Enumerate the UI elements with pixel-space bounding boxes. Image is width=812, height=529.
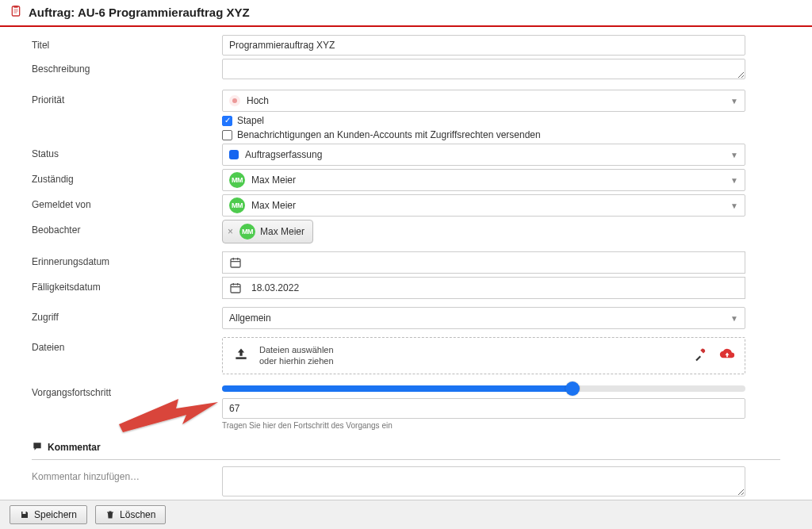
reporter-value: Max Meier (251, 200, 296, 211)
description-textarea[interactable] (222, 59, 745, 79)
label-zugriff: Zugriff (32, 307, 222, 323)
comment-icon (32, 441, 43, 454)
priority-high-icon (229, 95, 240, 106)
progress-slider[interactable] (222, 385, 745, 392)
chevron-down-icon: ▼ (730, 201, 738, 210)
label-zustaendig: Zuständig (32, 169, 222, 185)
footer-toolbar: Speichern Löschen (0, 500, 812, 529)
chevron-down-icon: ▼ (730, 151, 738, 159)
watcher-name: Max Meier (260, 226, 304, 237)
svg-rect-5 (231, 259, 240, 267)
svg-rect-1 (13, 6, 17, 8)
trash-icon (105, 510, 115, 519)
comment-section-header: Kommentar (32, 441, 812, 454)
calendar-icon (229, 282, 242, 294)
label-kommentar-add: Kommentar hinzufügen… (32, 466, 222, 482)
svg-rect-9 (231, 284, 240, 293)
label-dateien: Dateien (32, 337, 222, 353)
access-select[interactable]: Allgemein ▼ (222, 307, 745, 329)
file-text-line1: Dateien auswählen (259, 344, 334, 355)
avatar: MM (229, 172, 245, 188)
assignee-value: Max Meier (251, 174, 296, 186)
label-fortschritt: Vorgangsfortschritt (32, 382, 222, 398)
clipboard-icon (10, 5, 22, 19)
due-date-value: 18.03.2022 (251, 282, 299, 293)
chevron-down-icon: ▼ (730, 314, 738, 323)
comment-textarea[interactable] (222, 466, 745, 496)
avatar: MM (239, 224, 255, 240)
upload-icon (232, 347, 250, 365)
comment-section-title: Kommentar (48, 442, 101, 453)
save-button[interactable]: Speichern (10, 505, 87, 524)
label-beobachter: Beobachter (32, 220, 222, 236)
label-beschreibung: Beschreibung (32, 59, 222, 75)
status-value: Auftragserfassung (245, 149, 322, 160)
cloud-upload-icon[interactable] (719, 348, 735, 363)
stapel-label: Stapel (237, 115, 264, 126)
chevron-down-icon: ▼ (730, 97, 738, 105)
stapel-checkbox[interactable] (222, 116, 232, 126)
reporter-select[interactable]: MMMax Meier ▼ (222, 194, 745, 217)
notify-label: Benachrichtigungen an Kunden-Accounts mi… (237, 129, 541, 140)
label-titel: Titel (32, 35, 222, 51)
status-color-icon (229, 150, 239, 159)
remove-chip-icon[interactable]: × (226, 226, 235, 237)
delete-label: Löschen (120, 509, 155, 520)
access-value: Allgemein (229, 312, 271, 324)
form: Titel Beschreibung Priorität Hoch ▼ Stap (0, 27, 812, 430)
label-prioritaet: Priorität (32, 90, 222, 105)
save-label: Speichern (34, 509, 77, 520)
save-icon (20, 510, 29, 519)
priority-select[interactable]: Hoch ▼ (222, 90, 745, 112)
page-title: Auftrag: AU-6 Programmierauftrag XYZ (29, 6, 250, 19)
label-status: Status (32, 144, 222, 159)
delete-button[interactable]: Löschen (95, 505, 166, 524)
label-gemeldet: Gemeldet von (32, 194, 222, 210)
assignee-select[interactable]: MMMax Meier ▼ (222, 169, 745, 191)
reminder-date-input[interactable] (222, 251, 745, 274)
tools-icon[interactable] (694, 347, 708, 364)
page-header: Auftrag: AU-6 Programmierauftrag XYZ (0, 0, 812, 27)
priority-value: Hoch (247, 95, 269, 106)
file-text-line2: oder hierhin ziehen (259, 355, 334, 366)
avatar: MM (229, 197, 245, 213)
file-dropzone[interactable]: Dateien auswählen oder hierhin ziehen (222, 337, 745, 374)
label-faelligkeit: Fälligkeitsdatum (32, 277, 222, 293)
title-input[interactable] (222, 35, 745, 56)
watcher-chip[interactable]: × MM Max Meier (222, 220, 313, 243)
calendar-icon (229, 256, 242, 269)
progress-input[interactable] (222, 398, 745, 419)
status-select[interactable]: Auftragserfassung ▼ (222, 144, 745, 166)
chevron-down-icon: ▼ (730, 176, 738, 185)
notify-checkbox[interactable] (222, 130, 232, 140)
due-date-input[interactable]: 18.03.2022 (222, 277, 745, 299)
label-erinnerung: Erinnerungsdatum (32, 251, 222, 267)
svg-rect-13 (236, 357, 246, 359)
progress-helper: Tragen Sie hier den Fortschritt des Vorg… (222, 421, 745, 430)
